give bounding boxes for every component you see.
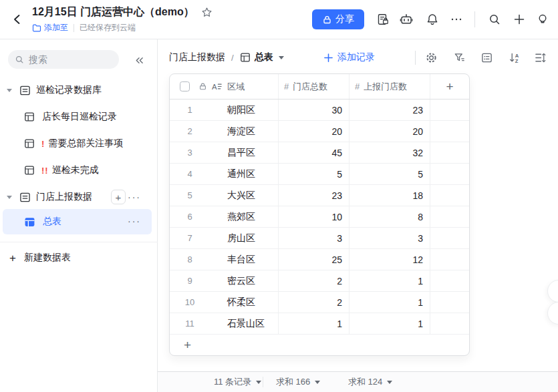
sidebar-search-box[interactable] bbox=[8, 50, 119, 69]
add-to-folder-button[interactable]: 添加至 bbox=[32, 22, 68, 33]
cell-reported[interactable]: 1 bbox=[350, 313, 430, 334]
table-row[interactable]: 6燕郊区 10 8 bbox=[170, 206, 469, 228]
add-record-button[interactable]: 添加记录 bbox=[323, 50, 375, 65]
sidebar-item-base-inspection[interactable]: 巡检记录数据库 bbox=[0, 78, 158, 102]
row-height-icon bbox=[534, 51, 547, 64]
view-settings-button[interactable] bbox=[424, 51, 438, 64]
current-view-name[interactable]: 总表 bbox=[255, 51, 273, 63]
search-icon bbox=[488, 13, 501, 26]
cell-total[interactable]: 20 bbox=[279, 121, 350, 142]
chevron-down-icon[interactable] bbox=[7, 196, 12, 199]
cell-total[interactable]: 2 bbox=[279, 292, 350, 313]
sidebar-item-base-store-report[interactable]: 门店上报数据 + ··· bbox=[0, 185, 158, 209]
cell-reported[interactable]: 23 bbox=[350, 100, 430, 120]
select-all-checkbox[interactable] bbox=[180, 81, 190, 91]
table-row[interactable]: 10怀柔区 2 1 bbox=[170, 292, 469, 313]
assistant-button[interactable] bbox=[533, 10, 552, 29]
cell-region[interactable]: 丰台区 bbox=[227, 254, 255, 266]
cell-total[interactable]: 3 bbox=[279, 228, 350, 248]
table-header-row: A 区域 # 门店总数 # 上报门店数 + bbox=[170, 74, 469, 100]
record-count-dropdown[interactable]: 11 条记录 bbox=[214, 372, 261, 392]
cell-reported[interactable]: 18 bbox=[350, 185, 430, 206]
breadcrumb-parent[interactable]: 门店上报数据 bbox=[169, 51, 225, 63]
row-number: 6 bbox=[170, 212, 210, 222]
more-actions-button[interactable] bbox=[447, 10, 466, 29]
cell-region[interactable]: 燕郊区 bbox=[227, 211, 255, 223]
cell-region[interactable]: 海淀区 bbox=[227, 126, 255, 138]
cell-reported[interactable]: 5 bbox=[350, 164, 430, 184]
field-config-button[interactable] bbox=[480, 51, 493, 64]
cell-total[interactable]: 30 bbox=[279, 100, 350, 120]
more-menu-button[interactable]: ··· bbox=[128, 185, 141, 209]
table-row[interactable]: 11石景山区 1 1 bbox=[170, 313, 469, 335]
breadcrumb-separator: / bbox=[231, 53, 234, 63]
cell-reported[interactable]: 1 bbox=[350, 292, 430, 313]
floating-edge-button[interactable] bbox=[547, 302, 558, 325]
sidebar-item-table-inspection-incomplete[interactable]: !! 巡检未完成 bbox=[0, 158, 158, 182]
add-table-button[interactable]: + bbox=[111, 190, 126, 204]
cell-region[interactable]: 大兴区 bbox=[227, 190, 255, 202]
cell-reported[interactable]: 3 bbox=[350, 228, 430, 248]
cell-total[interactable]: 5 bbox=[279, 164, 350, 184]
table-row[interactable]: 5大兴区 23 18 bbox=[170, 185, 469, 206]
sidebar-item-table-hq-attention[interactable]: ! 需要总部关注事项 bbox=[0, 132, 158, 156]
cell-reported[interactable]: 32 bbox=[350, 142, 430, 163]
favorite-star-button[interactable] bbox=[201, 7, 213, 18]
cell-region[interactable]: 昌平区 bbox=[227, 147, 255, 159]
table-row[interactable]: 4通州区 5 5 bbox=[170, 164, 469, 185]
notifications-button[interactable] bbox=[423, 10, 442, 29]
column-header-total[interactable]: # 门店总数 bbox=[279, 74, 350, 99]
cell-total[interactable]: 2 bbox=[279, 270, 350, 291]
cell-reported[interactable]: 20 bbox=[350, 121, 430, 142]
topbar-divider bbox=[474, 11, 475, 27]
cell-region[interactable]: 密云区 bbox=[227, 275, 255, 287]
cell-region[interactable]: 怀柔区 bbox=[227, 297, 255, 309]
cell-reported[interactable]: 12 bbox=[350, 249, 430, 270]
filter-button[interactable] bbox=[452, 51, 466, 64]
add-column-button[interactable]: + bbox=[430, 74, 469, 99]
cell-total[interactable]: 10 bbox=[279, 206, 350, 227]
floating-edge-button[interactable] bbox=[547, 280, 558, 303]
cell-reported[interactable]: 8 bbox=[350, 206, 430, 227]
base-icon bbox=[19, 192, 31, 203]
table-row[interactable]: 2海淀区 20 20 bbox=[170, 121, 469, 142]
collapse-sidebar-button[interactable] bbox=[132, 53, 146, 67]
cell-region[interactable]: 朝阳区 bbox=[227, 104, 255, 116]
table-row[interactable]: 1朝阳区 30 23 bbox=[170, 100, 469, 121]
global-search-button[interactable] bbox=[485, 10, 504, 29]
permissions-button[interactable] bbox=[374, 10, 392, 29]
chevron-down-icon[interactable] bbox=[279, 56, 284, 59]
column-header-region[interactable]: A 区域 bbox=[170, 74, 279, 99]
sort-button[interactable]: AZ bbox=[508, 51, 521, 64]
share-button[interactable]: 分享 bbox=[312, 9, 364, 29]
cell-total[interactable]: 23 bbox=[279, 185, 350, 206]
table-row[interactable]: 8丰台区 25 12 bbox=[170, 249, 469, 270]
table-row[interactable]: 3昌平区 45 32 bbox=[170, 142, 469, 164]
sidebar-item-table-daily-inspection[interactable]: 店长每日巡检记录 bbox=[0, 105, 158, 129]
chevron-down-icon[interactable] bbox=[7, 89, 12, 92]
new-table-button[interactable]: + 新建数据表 bbox=[0, 246, 158, 270]
row-number: 11 bbox=[170, 319, 210, 329]
sum-total-dropdown[interactable]: 求和 166 bbox=[276, 372, 320, 392]
column-header-reported[interactable]: # 上报门店数 bbox=[350, 74, 430, 99]
row-height-button[interactable] bbox=[533, 51, 547, 64]
cell-total[interactable]: 45 bbox=[279, 142, 350, 163]
cell-total[interactable]: 25 bbox=[279, 249, 350, 270]
table-row[interactable]: 7房山区 3 3 bbox=[170, 228, 469, 249]
search-input[interactable] bbox=[29, 54, 102, 65]
add-row-button[interactable]: + bbox=[170, 335, 469, 355]
table-row[interactable]: 9密云区 2 1 bbox=[170, 270, 469, 292]
more-menu-button[interactable]: ··· bbox=[128, 209, 141, 233]
cell-reported[interactable]: 1 bbox=[350, 270, 430, 291]
create-new-button[interactable] bbox=[510, 10, 529, 29]
cell-region[interactable]: 石景山区 bbox=[227, 318, 265, 330]
sum-reported-dropdown[interactable]: 求和 124 bbox=[348, 372, 392, 392]
row-number: 3 bbox=[170, 148, 210, 158]
back-button[interactable] bbox=[8, 10, 27, 29]
cell-region[interactable]: 房山区 bbox=[227, 232, 255, 244]
automation-button[interactable] bbox=[397, 10, 416, 29]
cell-region[interactable]: 通州区 bbox=[227, 168, 255, 180]
plus-icon: + bbox=[9, 252, 16, 264]
cell-total[interactable]: 1 bbox=[279, 313, 350, 334]
sidebar-item-table-summary[interactable]: 总表 ··· bbox=[3, 209, 152, 234]
